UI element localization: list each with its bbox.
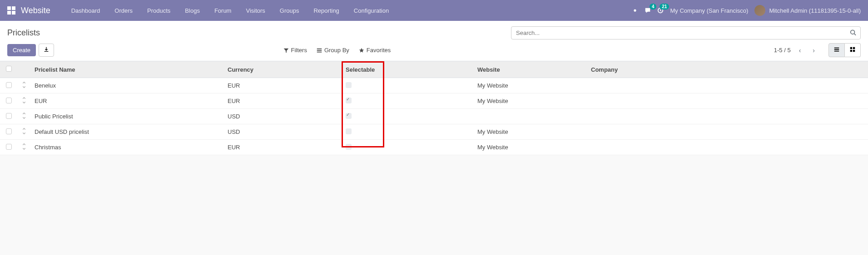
svg-rect-5 <box>850 50 852 52</box>
cell-name: Christmas <box>31 140 224 155</box>
activities-icon[interactable]: 21 <box>657 7 664 14</box>
list-view: Pricelist Name Currency Selectable Websi… <box>0 61 868 155</box>
nav-item-products[interactable]: Products <box>140 1 178 20</box>
nav-item-dashboard[interactable]: Dashboard <box>64 1 108 20</box>
cell-currency: EUR <box>224 140 342 155</box>
cell-website: My Website <box>474 140 587 155</box>
cell-name: Public Pricelist <box>31 109 224 124</box>
selectable-checkbox[interactable] <box>346 82 352 88</box>
col-header-selectable[interactable]: Selectable <box>342 61 474 78</box>
selectable-checkbox[interactable] <box>346 128 352 134</box>
drag-handle-icon[interactable] <box>17 140 31 155</box>
search-icon[interactable] <box>850 29 856 37</box>
nav-item-forum[interactable]: Forum <box>207 1 239 20</box>
selectable-checkbox[interactable] <box>346 144 352 150</box>
breadcrumb: Pricelists <box>7 28 511 38</box>
drag-handle-icon[interactable] <box>17 78 31 93</box>
view-kanban-button[interactable] <box>845 43 861 57</box>
col-header-currency[interactable]: Currency <box>224 61 342 78</box>
svg-point-0 <box>634 9 636 11</box>
drag-handle-icon[interactable] <box>17 93 31 109</box>
cell-company <box>587 124 868 140</box>
cell-name: Benelux <box>31 78 224 93</box>
cell-website: My Website <box>474 93 587 109</box>
svg-point-2 <box>851 30 855 34</box>
row-checkbox[interactable] <box>6 144 12 150</box>
cell-website <box>474 109 587 124</box>
export-button[interactable] <box>39 44 54 57</box>
svg-rect-6 <box>853 50 855 52</box>
table-row[interactable]: Christmas EUR My Website <box>0 140 868 155</box>
nav-item-visitors[interactable]: Visitors <box>238 1 272 20</box>
top-nav: Website Dashboard Orders Products Blogs … <box>0 0 868 21</box>
control-panel: Pricelists Create Filters Group By Favor… <box>0 21 868 61</box>
cell-name: EUR <box>31 93 224 109</box>
nav-item-blogs[interactable]: Blogs <box>178 1 207 20</box>
table-row[interactable]: EUR EUR My Website <box>0 93 868 109</box>
col-header-name[interactable]: Pricelist Name <box>31 61 224 78</box>
selectable-checkbox[interactable] <box>346 113 352 119</box>
nav-menu: Dashboard Orders Products Blogs Forum Vi… <box>64 1 396 20</box>
cell-company <box>587 140 868 155</box>
filters-button[interactable]: Filters <box>283 47 307 54</box>
messages-badge: 4 <box>650 4 657 10</box>
cell-company <box>587 78 868 93</box>
cell-name: Default USD pricelist <box>31 124 224 140</box>
svg-rect-3 <box>850 47 852 49</box>
col-header-website[interactable]: Website <box>474 61 587 78</box>
pager[interactable]: 1-5 / 5 <box>774 47 791 54</box>
table-row[interactable]: Default USD pricelist USD My Website <box>0 124 868 140</box>
cell-company <box>587 93 868 109</box>
messages-icon[interactable]: 4 <box>645 7 651 14</box>
row-checkbox[interactable] <box>6 128 12 134</box>
nav-item-reporting[interactable]: Reporting <box>306 1 346 20</box>
drag-handle-icon[interactable] <box>17 124 31 140</box>
cell-website: My Website <box>474 124 587 140</box>
select-all-checkbox[interactable] <box>6 66 12 72</box>
activities-badge: 21 <box>660 4 669 10</box>
selectable-checkbox[interactable] <box>346 98 352 103</box>
row-checkbox[interactable] <box>6 98 12 103</box>
pager-prev[interactable]: ‹ <box>795 45 805 56</box>
company-selector[interactable]: My Company (San Francisco) <box>670 7 748 14</box>
user-name: Mitchell Admin (11181395-15-0-all) <box>769 7 861 14</box>
cell-currency: EUR <box>224 78 342 93</box>
cell-selectable <box>342 124 474 140</box>
cell-selectable <box>342 140 474 155</box>
cell-company <box>587 109 868 124</box>
search-box <box>511 26 861 39</box>
debug-icon[interactable] <box>632 7 638 14</box>
user-menu[interactable]: Mitchell Admin (11181395-15-0-all) <box>754 5 861 16</box>
cell-selectable <box>342 93 474 109</box>
table-row[interactable]: Public Pricelist USD <box>0 109 868 124</box>
cell-website: My Website <box>474 78 587 93</box>
drag-handle-icon[interactable] <box>17 109 31 124</box>
brand[interactable]: Website <box>21 6 50 15</box>
cell-currency: USD <box>224 109 342 124</box>
nav-item-groups[interactable]: Groups <box>273 1 307 20</box>
nav-item-configuration[interactable]: Configuration <box>347 1 396 20</box>
view-list-button[interactable] <box>828 43 845 57</box>
cell-currency: EUR <box>224 93 342 109</box>
avatar <box>754 5 765 16</box>
svg-rect-4 <box>853 47 855 49</box>
favorites-button[interactable]: Favorites <box>358 47 391 54</box>
pager-next[interactable]: › <box>809 45 818 56</box>
row-checkbox[interactable] <box>6 113 12 119</box>
create-button[interactable]: Create <box>7 44 36 56</box>
nav-item-orders[interactable]: Orders <box>107 1 140 20</box>
search-input[interactable] <box>511 26 861 39</box>
col-header-company[interactable]: Company <box>587 61 868 78</box>
cell-selectable <box>342 78 474 93</box>
apps-icon[interactable] <box>7 6 15 15</box>
row-checkbox[interactable] <box>6 82 12 88</box>
cell-selectable <box>342 109 474 124</box>
groupby-button[interactable]: Group By <box>316 47 349 54</box>
cell-currency: USD <box>224 124 342 140</box>
table-row[interactable]: Benelux EUR My Website <box>0 78 868 93</box>
